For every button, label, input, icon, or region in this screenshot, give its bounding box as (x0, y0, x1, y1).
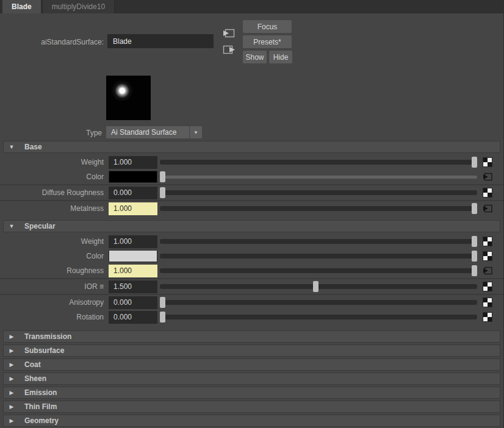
tab-blade[interactable]: Blade (2, 0, 41, 13)
section-header-geometry[interactable]: ▶ Geometry (3, 415, 500, 427)
metalness-slider[interactable] (160, 202, 477, 215)
section-title: Geometry (24, 416, 59, 425)
expand-arrow-icon: ▼ (4, 144, 20, 150)
map-texture-button[interactable] (483, 282, 492, 291)
slider-handle[interactable] (472, 203, 477, 214)
spec-roughness-field[interactable] (109, 265, 157, 277)
material-preview-swatch (106, 76, 151, 120)
section-header-thin-film[interactable]: ▶ Thin Film (3, 401, 500, 413)
section-title: Subsurface (24, 346, 64, 355)
attr-row-base-weight: Weight (0, 155, 503, 169)
slider-track (160, 160, 477, 165)
attr-row-spec-color: Color (0, 249, 503, 263)
spec-weight-field[interactable] (109, 235, 157, 248)
diffuse-roughness-field[interactable] (109, 187, 157, 199)
slider-track (160, 268, 477, 273)
slider-track (160, 176, 477, 179)
attr-label: Diffuse Roughness (0, 188, 104, 197)
slider-handle[interactable] (160, 187, 165, 198)
base-color-swatch[interactable] (109, 171, 157, 183)
metalness-field[interactable] (109, 202, 157, 215)
map-texture-button[interactable] (483, 237, 492, 246)
slider-handle[interactable] (160, 171, 165, 182)
map-texture-button[interactable] (483, 251, 492, 261)
section-title: Emission (24, 388, 57, 397)
node-name-field[interactable] (107, 34, 214, 48)
attr-row-diffuse-roughness: Diffuse Roughness (0, 185, 503, 200)
slider-track (160, 315, 477, 319)
section-content-specular: Weight Color Roughness (0, 232, 503, 329)
section-header-specular[interactable]: ▼ Specular (3, 220, 500, 232)
hide-button[interactable]: Hide (269, 51, 292, 63)
section-header-base[interactable]: ▼ Base (3, 141, 500, 153)
focus-button[interactable]: Focus (243, 20, 292, 33)
slider-handle[interactable] (160, 312, 165, 323)
slider-track (160, 239, 477, 244)
slider-handle[interactable] (313, 281, 319, 292)
base-weight-field[interactable] (109, 156, 157, 169)
slider-handle[interactable] (472, 157, 477, 168)
rotation-field[interactable] (109, 311, 157, 324)
collapse-arrow-icon: ▶ (4, 362, 20, 368)
connection-button[interactable] (483, 172, 492, 182)
base-weight-slider[interactable] (160, 156, 477, 168)
section-title: Specular (24, 222, 56, 230)
anisotropy-slider[interactable] (160, 296, 477, 309)
connection-button[interactable] (483, 266, 492, 276)
section-header-sheen[interactable]: ▶ Sheen (3, 373, 500, 385)
slider-track (160, 300, 477, 305)
spec-color-swatch[interactable] (109, 250, 157, 262)
slider-handle[interactable] (472, 236, 477, 247)
anisotropy-field[interactable] (109, 296, 157, 309)
base-color-slider[interactable] (160, 171, 477, 183)
output-connections-icon[interactable] (222, 44, 236, 55)
slider-handle[interactable] (160, 297, 165, 308)
type-dropdown[interactable]: Ai Standard Surface (106, 126, 189, 138)
attr-row-rotation: Rotation (0, 310, 503, 324)
collapse-arrow-icon: ▶ (4, 390, 20, 396)
attr-row-ior: IOR ≡ (0, 279, 503, 294)
attr-row-anisotropy: Anisotropy (0, 295, 503, 310)
ior-field[interactable] (109, 280, 157, 293)
presets-button[interactable]: Presets* (243, 35, 292, 48)
attr-row-metalness: Metalness (0, 201, 503, 216)
diffuse-roughness-slider[interactable] (160, 187, 477, 199)
spec-color-slider[interactable] (160, 250, 477, 262)
map-texture-button[interactable] (483, 157, 492, 167)
spec-roughness-slider[interactable] (160, 265, 477, 277)
rotation-slider[interactable] (160, 311, 477, 323)
attr-label: Color (0, 252, 104, 260)
slider-track (160, 284, 477, 289)
slider-handle[interactable] (472, 251, 477, 262)
section-title: Coat (24, 360, 41, 369)
collapse-arrow-icon: ▶ (4, 376, 20, 382)
section-title: Sheen (24, 374, 46, 383)
collapse-arrow-icon: ▶ (4, 348, 20, 354)
section-header-transmission[interactable]: ▶ Transmission (3, 330, 500, 343)
slider-track (160, 206, 477, 211)
spec-weight-slider[interactable] (160, 235, 477, 248)
section-title: Base (24, 143, 42, 151)
section-header-coat[interactable]: ▶ Coat (3, 358, 500, 371)
ior-slider[interactable] (160, 280, 477, 293)
map-texture-button[interactable] (483, 188, 492, 198)
tab-multiplydivide10[interactable]: multiplyDivide10 (42, 0, 115, 13)
attr-label: IOR ≡ (0, 282, 104, 291)
input-connections-icon[interactable] (222, 27, 236, 38)
node-header: aiStandardSurface: Focus Presets* Show H… (0, 13, 503, 141)
expand-arrow-icon: ▼ (4, 223, 20, 229)
map-texture-button[interactable] (483, 312, 492, 322)
attr-label: Rotation (0, 313, 104, 321)
type-dropdown-arrow-icon[interactable]: ▼ (190, 126, 202, 138)
map-texture-button[interactable] (483, 298, 492, 307)
show-button[interactable]: Show (243, 51, 267, 63)
section-header-emission[interactable]: ▶ Emission (3, 387, 500, 399)
section-header-subsurface[interactable]: ▶ Subsurface (3, 344, 500, 357)
collapse-arrow-icon: ▶ (4, 333, 20, 340)
attr-label: Weight (0, 237, 104, 246)
connection-button[interactable] (483, 204, 492, 213)
attr-row-base-color: Color (0, 169, 503, 184)
attribute-editor-panel: { "tabs": [ { "label": "Blade", "active"… (0, 0, 504, 428)
slider-handle[interactable] (472, 265, 477, 276)
tab-bar: Blade multiplyDivide10 (0, 0, 503, 13)
